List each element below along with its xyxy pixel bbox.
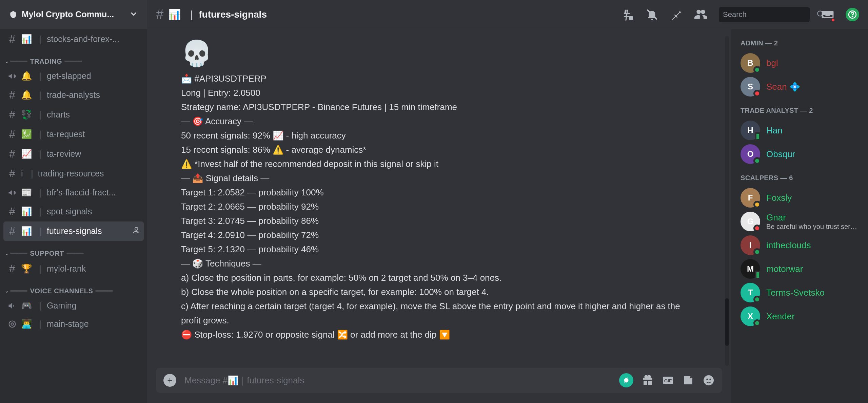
member-role-heading: TRADE ANALYST — 2	[741, 107, 859, 114]
channel-header-title: futures-signals	[199, 9, 267, 20]
messages-scroll[interactable]: 💀 📩 #API3USDTPERP Long | Entry: 2.0500 S…	[147, 29, 731, 368]
sticker-icon[interactable]	[682, 374, 694, 386]
member-name: Gnar	[766, 212, 859, 223]
channel-emoji: 🔔	[21, 90, 32, 100]
voice-icon	[7, 301, 17, 311]
member-row[interactable]: OObsqur	[736, 142, 863, 166]
gif-icon[interactable]: GIF	[662, 374, 674, 386]
member-row[interactable]: FFoxsly	[736, 186, 863, 210]
message-input[interactable]	[184, 375, 611, 386]
server-badge-icon	[9, 10, 18, 19]
channel-emoji: 🎮	[21, 300, 32, 311]
member-name: Han	[766, 125, 783, 136]
gift-icon[interactable]	[642, 374, 654, 386]
message-line: Target 4: 2.0910 — probability 72%	[181, 228, 683, 242]
member-row[interactable]: XXender	[736, 304, 863, 328]
member-row[interactable]: Mmotorwar	[736, 257, 863, 281]
channel-emoji: 📊	[21, 226, 32, 236]
svg-point-7	[852, 16, 853, 17]
channel-emoji: 📊	[21, 34, 32, 44]
member-name: bgl	[766, 58, 778, 68]
message-input-bar: GIF	[156, 368, 722, 393]
channel-label: ta-review	[47, 149, 81, 159]
member-row[interactable]: Bbgl	[736, 51, 863, 75]
pinned-messages-icon[interactable]	[670, 8, 683, 21]
avatar: O	[741, 144, 760, 164]
avatar: B	[741, 53, 760, 73]
status-indicator	[753, 201, 761, 208]
status-indicator	[753, 66, 761, 73]
channel-item[interactable]: 🔔｜get-slapped	[3, 67, 144, 85]
channel-item[interactable]: #🔔｜trade-analysts	[3, 85, 144, 105]
search-input[interactable]	[723, 10, 816, 19]
channel-item[interactable]: #💱｜charts	[3, 105, 144, 124]
avatar: H	[741, 121, 760, 140]
status-indicator	[753, 248, 761, 256]
notifications-muted-icon[interactable]	[646, 8, 658, 21]
message-emoji-skull: 💀	[181, 39, 731, 69]
avatar: G	[741, 212, 760, 231]
member-list-toggle-icon[interactable]	[694, 8, 707, 21]
channel-label: get-slapped	[47, 71, 91, 81]
channel-item[interactable]: #📊｜stocks-and-forex-...	[3, 29, 144, 49]
message-line: Strategy name: API3USDTPERP - Binance Fu…	[181, 100, 683, 114]
category-header[interactable]: ⌄━━━━VOICE CHANNELS━━━━	[3, 279, 144, 296]
message-line: — 📤 Signal details —	[181, 171, 683, 185]
member-name: intheclouds	[766, 240, 811, 251]
search-box[interactable]	[719, 7, 810, 22]
member-row[interactable]: SSean 💠	[736, 75, 863, 99]
member-row[interactable]: GGnarBe careful who you trust serg...	[736, 210, 863, 233]
create-invite-icon[interactable]	[131, 226, 140, 237]
channel-item[interactable]: #i｜trading-resources	[3, 164, 144, 183]
status-indicator	[753, 157, 761, 165]
avatar: T	[741, 283, 760, 302]
channel-item[interactable]: 👨‍💻｜main-stage	[3, 315, 144, 333]
hash-icon: #	[7, 225, 17, 237]
attach-button[interactable]	[163, 374, 176, 387]
channel-label: mylol-rank	[47, 264, 86, 274]
channel-item[interactable]: 🎮｜Gaming	[3, 297, 144, 315]
channel-item[interactable]: #🏆｜mylol-rank	[3, 259, 144, 278]
nitro-gift-icon[interactable]	[619, 373, 633, 387]
channel-emoji: 🔔	[21, 71, 32, 81]
hash-icon: #	[7, 262, 17, 275]
message-line: ⚠️ *Invest half of the recommended depos…	[181, 157, 683, 171]
hash-icon: #	[7, 33, 17, 45]
category-header[interactable]: ⌄━━━━TRADING━━━━	[3, 49, 144, 67]
message-line: — 🎯 Accuracy —	[181, 114, 683, 128]
channel-item[interactable]: #📊｜spot-signals	[3, 202, 144, 221]
threads-icon[interactable]	[621, 8, 634, 21]
megaphone-icon	[7, 188, 17, 197]
member-activity: Be careful who you trust serg...	[766, 223, 859, 231]
hash-icon: #	[156, 7, 163, 22]
member-name: Obsqur	[766, 149, 795, 160]
category-title: VOICE CHANNELS	[30, 287, 93, 295]
member-row[interactable]: TTerms-Svetsko	[736, 281, 863, 304]
channel-emoji: i	[21, 168, 23, 179]
svg-text:GIF: GIF	[664, 378, 672, 383]
channel-header: # 📊 ｜ futures-signals	[147, 0, 868, 29]
server-header[interactable]: Mylol Crypto Commu...	[0, 0, 147, 29]
member-name: Foxsly	[766, 193, 792, 203]
hash-icon: #	[7, 167, 17, 180]
channel-sidebar: Mylol Crypto Commu... #📊｜stocks-and-fore…	[0, 0, 147, 403]
category-header[interactable]: ⌄━━━━SUPPORT━━━━	[3, 241, 144, 259]
message-line: 50 recent signals: 92% 📈 - high accuracy	[181, 128, 683, 143]
server-name: Mylol Crypto Commu...	[22, 9, 129, 19]
channel-emoji: 📰	[21, 187, 32, 198]
status-indicator	[753, 319, 761, 327]
message-line: Long | Entry: 2.0500	[181, 86, 683, 100]
member-role-heading: SCALPERS — 6	[741, 174, 859, 182]
hash-icon: #	[7, 148, 17, 160]
channel-item[interactable]: #📊｜futures-signals	[3, 221, 144, 241]
inbox-icon[interactable]	[821, 8, 834, 21]
emoji-icon[interactable]	[703, 374, 715, 386]
scrollbar-thumb[interactable]	[725, 298, 729, 346]
channel-item[interactable]: #💹｜ta-request	[3, 125, 144, 144]
channel-item[interactable]: #📈｜ta-review	[3, 144, 144, 164]
help-icon[interactable]	[846, 8, 859, 21]
channel-item[interactable]: 📰｜bfr's-flaccid-fract...	[3, 184, 144, 202]
member-row[interactable]: Iintheclouds	[736, 233, 863, 257]
member-row[interactable]: HHan	[736, 119, 863, 142]
channel-emoji: 👨‍💻	[21, 319, 32, 329]
